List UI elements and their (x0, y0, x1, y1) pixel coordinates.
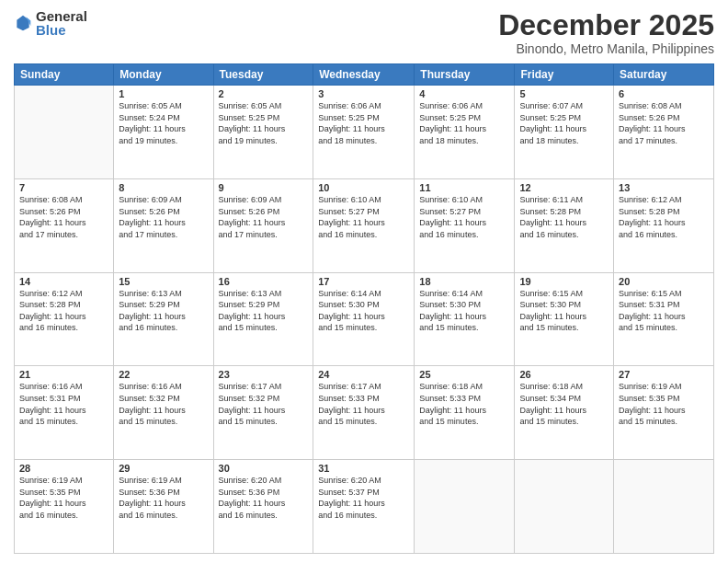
day-number: 20 (619, 276, 709, 287)
table-row (515, 460, 614, 554)
day-number: 27 (619, 369, 709, 380)
day-number: 26 (519, 369, 609, 380)
table-row: 29Sunrise: 6:19 AM Sunset: 5:36 PM Dayli… (114, 460, 213, 554)
header: General Blue December 2025 Binondo, Metr… (14, 9, 714, 56)
logo-icon (14, 14, 32, 32)
table-row: 8Sunrise: 6:09 AM Sunset: 5:26 PM Daylig… (114, 178, 213, 272)
calendar-week-row: 14Sunrise: 6:12 AM Sunset: 5:28 PM Dayli… (15, 272, 714, 366)
day-number: 12 (519, 182, 609, 193)
table-row: 24Sunrise: 6:17 AM Sunset: 5:33 PM Dayli… (313, 366, 415, 460)
cell-content: Sunrise: 6:06 AM Sunset: 5:25 PM Dayligh… (318, 100, 409, 146)
cell-content: Sunrise: 6:17 AM Sunset: 5:33 PM Dayligh… (318, 381, 409, 427)
col-saturday: Saturday (614, 64, 714, 86)
subtitle: Binondo, Metro Manila, Philippines (498, 41, 714, 56)
table-row: 28Sunrise: 6:19 AM Sunset: 5:35 PM Dayli… (15, 460, 114, 554)
logo-text: General Blue (36, 9, 87, 37)
table-row: 27Sunrise: 6:19 AM Sunset: 5:35 PM Dayli… (614, 366, 714, 460)
cell-content: Sunrise: 6:14 AM Sunset: 5:30 PM Dayligh… (419, 288, 509, 334)
table-row: 7Sunrise: 6:08 AM Sunset: 5:26 PM Daylig… (15, 178, 114, 272)
table-row (15, 86, 114, 179)
table-row: 21Sunrise: 6:16 AM Sunset: 5:31 PM Dayli… (15, 366, 114, 460)
cell-content: Sunrise: 6:13 AM Sunset: 5:29 PM Dayligh… (219, 288, 309, 334)
day-number: 5 (519, 88, 609, 99)
day-number: 9 (219, 182, 309, 193)
table-row: 2Sunrise: 6:05 AM Sunset: 5:25 PM Daylig… (213, 86, 313, 179)
table-row: 15Sunrise: 6:13 AM Sunset: 5:29 PM Dayli… (114, 272, 213, 366)
cell-content: Sunrise: 6:09 AM Sunset: 5:26 PM Dayligh… (119, 194, 208, 240)
table-row: 22Sunrise: 6:16 AM Sunset: 5:32 PM Dayli… (114, 366, 213, 460)
day-number: 8 (119, 182, 208, 193)
table-row: 9Sunrise: 6:09 AM Sunset: 5:26 PM Daylig… (213, 178, 313, 272)
table-row: 26Sunrise: 6:18 AM Sunset: 5:34 PM Dayli… (515, 366, 614, 460)
cell-content: Sunrise: 6:13 AM Sunset: 5:29 PM Dayligh… (119, 288, 208, 334)
cell-content: Sunrise: 6:15 AM Sunset: 5:30 PM Dayligh… (519, 288, 609, 334)
table-row: 13Sunrise: 6:12 AM Sunset: 5:28 PM Dayli… (614, 178, 714, 272)
table-row: 25Sunrise: 6:18 AM Sunset: 5:33 PM Dayli… (415, 366, 515, 460)
logo-blue-text: Blue (36, 23, 87, 37)
day-number: 28 (19, 463, 108, 474)
col-thursday: Thursday (415, 64, 515, 86)
col-friday: Friday (515, 64, 614, 86)
day-number: 22 (119, 369, 208, 380)
title-block: December 2025 Binondo, Metro Manila, Phi… (498, 9, 714, 56)
table-row (415, 460, 515, 554)
calendar-week-row: 21Sunrise: 6:16 AM Sunset: 5:31 PM Dayli… (15, 366, 714, 460)
day-number: 15 (119, 276, 208, 287)
day-number: 29 (119, 463, 208, 474)
logo: General Blue (14, 9, 87, 37)
table-row: 11Sunrise: 6:10 AM Sunset: 5:27 PM Dayli… (415, 178, 515, 272)
table-row: 6Sunrise: 6:08 AM Sunset: 5:26 PM Daylig… (614, 86, 714, 179)
day-number: 25 (419, 369, 509, 380)
day-number: 4 (419, 88, 509, 99)
cell-content: Sunrise: 6:11 AM Sunset: 5:28 PM Dayligh… (519, 194, 609, 240)
day-number: 24 (318, 369, 409, 380)
table-row: 20Sunrise: 6:15 AM Sunset: 5:31 PM Dayli… (614, 272, 714, 366)
col-monday: Monday (114, 64, 213, 86)
cell-content: Sunrise: 6:05 AM Sunset: 5:24 PM Dayligh… (119, 100, 208, 146)
day-number: 30 (219, 463, 309, 474)
calendar-header-row: Sunday Monday Tuesday Wednesday Thursday… (15, 64, 714, 86)
day-number: 7 (19, 182, 108, 193)
cell-content: Sunrise: 6:17 AM Sunset: 5:32 PM Dayligh… (219, 381, 309, 427)
day-number: 2 (219, 88, 309, 99)
cell-content: Sunrise: 6:19 AM Sunset: 5:36 PM Dayligh… (119, 475, 208, 521)
day-number: 14 (19, 276, 108, 287)
table-row: 23Sunrise: 6:17 AM Sunset: 5:32 PM Dayli… (213, 366, 313, 460)
cell-content: Sunrise: 6:16 AM Sunset: 5:32 PM Dayligh… (119, 381, 208, 427)
table-row: 19Sunrise: 6:15 AM Sunset: 5:30 PM Dayli… (515, 272, 614, 366)
cell-content: Sunrise: 6:18 AM Sunset: 5:33 PM Dayligh… (419, 381, 509, 427)
day-number: 19 (519, 276, 609, 287)
day-number: 18 (419, 276, 509, 287)
table-row: 10Sunrise: 6:10 AM Sunset: 5:27 PM Dayli… (313, 178, 415, 272)
calendar-week-row: 7Sunrise: 6:08 AM Sunset: 5:26 PM Daylig… (15, 178, 714, 272)
day-number: 3 (318, 88, 409, 99)
day-number: 1 (119, 88, 208, 99)
day-number: 21 (19, 369, 108, 380)
table-row: 18Sunrise: 6:14 AM Sunset: 5:30 PM Dayli… (415, 272, 515, 366)
day-number: 13 (619, 182, 709, 193)
cell-content: Sunrise: 6:18 AM Sunset: 5:34 PM Dayligh… (519, 381, 609, 427)
cell-content: Sunrise: 6:10 AM Sunset: 5:27 PM Dayligh… (419, 194, 509, 240)
table-row: 14Sunrise: 6:12 AM Sunset: 5:28 PM Dayli… (15, 272, 114, 366)
day-number: 11 (419, 182, 509, 193)
cell-content: Sunrise: 6:16 AM Sunset: 5:31 PM Dayligh… (19, 381, 108, 427)
cell-content: Sunrise: 6:14 AM Sunset: 5:30 PM Dayligh… (318, 288, 409, 334)
day-number: 6 (619, 88, 709, 99)
table-row: 17Sunrise: 6:14 AM Sunset: 5:30 PM Dayli… (313, 272, 415, 366)
cell-content: Sunrise: 6:08 AM Sunset: 5:26 PM Dayligh… (19, 194, 108, 240)
table-row: 16Sunrise: 6:13 AM Sunset: 5:29 PM Dayli… (213, 272, 313, 366)
cell-content: Sunrise: 6:20 AM Sunset: 5:36 PM Dayligh… (219, 475, 309, 521)
day-number: 10 (318, 182, 409, 193)
table-row: 5Sunrise: 6:07 AM Sunset: 5:25 PM Daylig… (515, 86, 614, 179)
main-title: December 2025 (498, 9, 714, 41)
col-tuesday: Tuesday (213, 64, 313, 86)
table-row: 3Sunrise: 6:06 AM Sunset: 5:25 PM Daylig… (313, 86, 415, 179)
day-number: 16 (219, 276, 309, 287)
cell-content: Sunrise: 6:19 AM Sunset: 5:35 PM Dayligh… (619, 381, 709, 427)
cell-content: Sunrise: 6:08 AM Sunset: 5:26 PM Dayligh… (619, 100, 709, 146)
cell-content: Sunrise: 6:19 AM Sunset: 5:35 PM Dayligh… (19, 475, 108, 521)
table-row: 31Sunrise: 6:20 AM Sunset: 5:37 PM Dayli… (313, 460, 415, 554)
page: General Blue December 2025 Binondo, Metr… (0, 0, 728, 563)
calendar-table: Sunday Monday Tuesday Wednesday Thursday… (14, 63, 714, 554)
cell-content: Sunrise: 6:20 AM Sunset: 5:37 PM Dayligh… (318, 475, 409, 521)
